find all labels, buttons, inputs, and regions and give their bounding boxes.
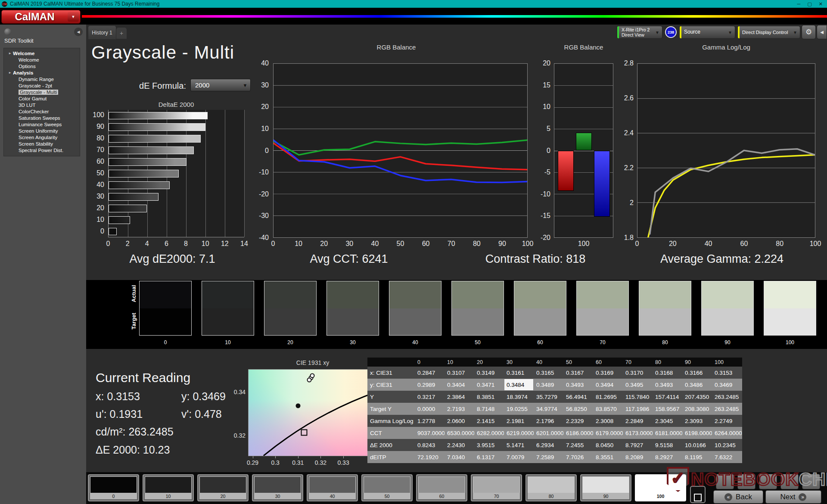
table-cell[interactable]: 2.2329 — [563, 415, 593, 427]
table-cell[interactable]: 2.1415 — [474, 415, 504, 427]
table-cell[interactable]: 6.2934 — [534, 439, 563, 451]
patch-button-10[interactable]: 10 — [143, 474, 194, 501]
table-cell[interactable]: 0.3169 — [593, 367, 623, 379]
table-cell[interactable]: 0.3404 — [445, 379, 474, 391]
table-cell[interactable]: 6201.0000 — [534, 427, 563, 439]
sidebar-item-3d-lut[interactable]: 3D LUT — [4, 102, 80, 108]
table-cell[interactable]: 157.4114 — [653, 391, 682, 403]
table-cell[interactable]: 6173.0000 — [623, 427, 653, 439]
table-cell[interactable]: 0.3161 — [504, 367, 534, 379]
table-cell[interactable]: 0.3471 — [474, 379, 504, 391]
table-cell[interactable]: 208.3080 — [682, 403, 712, 415]
table-cell[interactable]: 0.3107 — [445, 367, 474, 379]
sidebar-item-screen-stability[interactable]: Screen Stability — [4, 140, 80, 147]
de-formula-dropdown[interactable]: 2000 ▼ — [190, 79, 251, 91]
patch-button-0[interactable]: 0 — [88, 474, 139, 501]
table-cell[interactable]: 10.0166 — [682, 439, 712, 451]
sidebar-item-colorchecker[interactable]: ColorChecker — [4, 108, 80, 115]
measurement-count-badge[interactable]: 238 — [665, 26, 677, 38]
table-cell[interactable]: 6.1317 — [474, 451, 504, 463]
table-cell[interactable]: 2.7193 — [445, 403, 474, 415]
sidebar-item-screen-angularity[interactable]: Screen Angularity — [4, 134, 80, 140]
back-button[interactable]: « Back — [713, 490, 763, 504]
next-button[interactable]: Next » — [765, 490, 821, 504]
table-cell[interactable]: 8.2089 — [623, 451, 653, 463]
table-cell[interactable]: 0.3167 — [563, 367, 593, 379]
table-cell[interactable]: 2.3045 — [653, 415, 682, 427]
table-cell[interactable]: 7.7026 — [563, 451, 593, 463]
table-cell[interactable]: 263.2485 — [712, 403, 742, 415]
table-cell[interactable]: 6282.0000 — [474, 427, 504, 439]
table-cell[interactable]: 2.3864 — [445, 391, 474, 403]
table-cell[interactable]: 7.2455 — [563, 439, 593, 451]
table-cell[interactable]: 8.2927 — [653, 451, 682, 463]
table-cell[interactable]: 0.3494 — [593, 379, 623, 391]
table-cell[interactable]: 117.1986 — [623, 403, 653, 415]
table-cell[interactable]: 81.2695 — [593, 391, 623, 403]
calman-logo[interactable]: CalMAN ▼ — [1, 10, 81, 24]
sidebar-item-luminance-sweeps[interactable]: Luminance Sweeps — [4, 121, 80, 128]
table-cell[interactable]: 7.0340 — [445, 451, 474, 463]
patch-button-40[interactable]: 40 — [307, 474, 358, 501]
table-cell[interactable]: 7.6322 — [712, 451, 742, 463]
sidebar-collapse-button[interactable]: ◀ — [74, 28, 83, 36]
table-cell[interactable]: 56.8250 — [563, 403, 593, 415]
table-cell[interactable]: 0.3149 — [474, 367, 504, 379]
table-cell[interactable]: 10.2345 — [712, 439, 742, 451]
patch-button-50[interactable]: 50 — [361, 474, 413, 501]
table-cell[interactable]: 263.2485 — [712, 391, 742, 403]
sidebar-item-color-gamut[interactable]: Color Gamut — [4, 95, 80, 102]
table-cell[interactable]: 35.7279 — [534, 391, 563, 403]
table-cell[interactable]: 0.0000 — [415, 403, 445, 415]
table-cell[interactable]: 8.1195 — [682, 451, 712, 463]
meter-dropdown[interactable]: X-Rite i1Pro 2 Direct View ▼ — [617, 26, 662, 39]
table-cell[interactable]: 2.1796 — [534, 415, 563, 427]
close-icon[interactable]: ✕ — [819, 1, 823, 7]
table-cell[interactable]: 0.3495 — [623, 379, 653, 391]
table-cell[interactable]: 0.3469 — [712, 379, 742, 391]
patch-button-80[interactable]: 80 — [525, 474, 577, 501]
tab-history-1[interactable]: History 1 — [88, 25, 116, 39]
maximize-icon[interactable]: ▢ — [807, 1, 811, 7]
table-cell[interactable]: 0.3493 — [563, 379, 593, 391]
patch-button-70[interactable]: 70 — [471, 474, 522, 501]
table-cell[interactable]: 0.3168 — [653, 367, 682, 379]
table-cell[interactable]: 2.2849 — [623, 415, 653, 427]
table-cell[interactable]: 0.3493 — [653, 379, 682, 391]
table-cell[interactable]: 2.3093 — [682, 415, 712, 427]
table-cell[interactable]: 6179.0000 — [593, 427, 623, 439]
table-cell[interactable]: 0.3165 — [534, 367, 563, 379]
table-cell[interactable]: 6219.0000 — [504, 427, 534, 439]
table-cell[interactable]: 6530.0000 — [445, 427, 474, 439]
table-cell[interactable]: 18.3974 — [504, 391, 534, 403]
sidebar-item-grayscale-2pt[interactable]: Grayscale - 2pt — [4, 82, 80, 89]
table-cell[interactable]: 0.8243 — [415, 439, 445, 451]
table-cell[interactable]: 6186.0000 — [563, 427, 593, 439]
table-cell[interactable]: 8.7927 — [623, 439, 653, 451]
add-tab-button[interactable]: + — [116, 28, 127, 39]
table-cell[interactable]: 7.0079 — [504, 451, 534, 463]
table-cell[interactable]: 8.3851 — [474, 391, 504, 403]
table-cell[interactable]: 0.2989 — [415, 379, 445, 391]
table-cell[interactable]: 2.2749 — [712, 415, 742, 427]
table-cell[interactable]: 2.1981 — [504, 415, 534, 427]
table-cell[interactable]: 8.7148 — [474, 403, 504, 415]
table-cell[interactable]: 2.0600 — [445, 415, 474, 427]
table-cell[interactable]: 72.1920 — [415, 451, 445, 463]
panel-collapse-button[interactable]: ◀ — [817, 25, 827, 39]
sidebar-item-screen-uniformity[interactable]: Screen Uniformity — [4, 128, 80, 134]
table-cell[interactable]: 0.3484 — [504, 379, 534, 391]
table-cell[interactable]: 0.2847 — [415, 367, 445, 379]
sidebar-item-saturation-sweeps[interactable]: Saturation Sweeps — [4, 115, 80, 121]
table-cell[interactable]: 6198.0000 — [682, 427, 712, 439]
table-cell[interactable]: 7.2589 — [534, 451, 563, 463]
sidebar-item-grayscale-multi[interactable]: Grayscale - Multi — [4, 89, 80, 95]
sidebar-item-options[interactable]: Options — [4, 63, 80, 69]
table-cell[interactable]: 158.9567 — [653, 403, 682, 415]
gear-icon[interactable]: ⚙ — [802, 25, 816, 39]
table-cell[interactable]: 2.2430 — [445, 439, 474, 451]
table-cell[interactable]: 3.9515 — [474, 439, 504, 451]
table-cell[interactable]: 34.9774 — [534, 403, 563, 415]
table-cell[interactable]: 0.3489 — [534, 379, 563, 391]
table-cell[interactable]: 0.3170 — [623, 367, 653, 379]
